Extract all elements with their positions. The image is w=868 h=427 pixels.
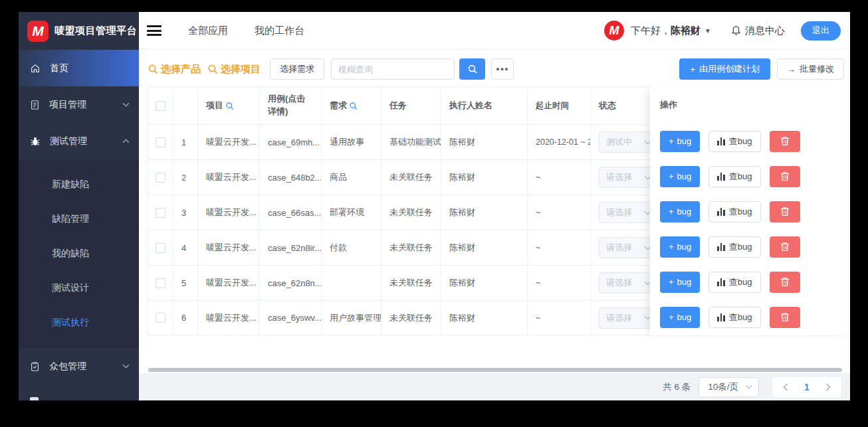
- row-checkbox[interactable]: [156, 137, 165, 147]
- add-bug-button[interactable]: +bug: [660, 131, 700, 152]
- row-checkbox[interactable]: [156, 243, 165, 253]
- select-product-filter[interactable]: 选择产品: [148, 63, 201, 76]
- row-checkbox[interactable]: [156, 208, 165, 218]
- delete-button[interactable]: [770, 272, 800, 293]
- select-project-filter[interactable]: 选择项目: [207, 63, 261, 76]
- add-bug-button[interactable]: +bug: [660, 166, 700, 187]
- select-all-cell: [148, 87, 173, 124]
- more-filters-button[interactable]: ●●●: [491, 58, 514, 80]
- add-bug-button[interactable]: +bug: [660, 236, 700, 258]
- status-select[interactable]: 请选择: [599, 307, 657, 329]
- hamburger-menu-icon[interactable]: [147, 25, 162, 36]
- message-center-link[interactable]: 消息中心: [731, 25, 785, 37]
- sidebar-subitem-test-execution[interactable]: 测试执行: [19, 305, 139, 340]
- delete-button[interactable]: [770, 166, 800, 187]
- row-executor: 陈裕财: [441, 230, 528, 265]
- row-requirement: 付款: [322, 230, 381, 265]
- view-bug-button[interactable]: 查bug: [708, 307, 760, 328]
- row-case-link[interactable]: case_66sas...: [260, 195, 322, 230]
- row-checkbox[interactable]: [156, 313, 165, 323]
- prev-page-button[interactable]: [775, 383, 796, 391]
- create-plan-button[interactable]: + 由用例创建计划: [679, 58, 770, 80]
- view-bug-button[interactable]: 查bug: [708, 236, 760, 258]
- row-case-link[interactable]: case_62n8ir...: [260, 230, 322, 265]
- sidebar-item-label: ▃▃▃▃: [48, 397, 82, 400]
- delete-button[interactable]: [770, 236, 800, 258]
- status-select[interactable]: 请选择: [599, 202, 657, 223]
- delete-button[interactable]: [770, 307, 800, 328]
- batch-edit-button[interactable]: → 批量修改: [777, 58, 844, 80]
- row-executor: 陈裕财: [441, 301, 528, 335]
- sidebar-item-home[interactable]: 首页: [19, 50, 139, 86]
- select-requirement-button[interactable]: 选择需求: [270, 58, 324, 80]
- row-checkbox[interactable]: [156, 278, 165, 288]
- view-bug-button[interactable]: 查bug: [708, 166, 760, 187]
- add-bug-label: bug: [677, 277, 692, 287]
- status-select[interactable]: 请选择: [599, 272, 657, 294]
- menu-icon: [30, 397, 39, 400]
- select-all-checkbox[interactable]: [156, 101, 165, 111]
- add-bug-button[interactable]: +bug: [660, 272, 700, 293]
- add-bug-button[interactable]: +bug: [660, 307, 700, 328]
- status-select[interactable]: 测试中: [599, 131, 657, 153]
- project-header[interactable]: 项目: [198, 87, 260, 124]
- status-value: 请选择: [606, 171, 644, 183]
- username: 陈裕财: [671, 25, 701, 36]
- trash-icon: [780, 242, 790, 252]
- logout-button[interactable]: 退出: [801, 21, 841, 41]
- page-size-select[interactable]: 10条/页: [699, 377, 759, 397]
- sidebar-item-test-mgmt[interactable]: 测试管理: [19, 123, 139, 159]
- row-index: 5: [173, 266, 198, 300]
- view-bug-button[interactable]: 查bug: [708, 131, 760, 152]
- sidebar-subitem-test-design[interactable]: 测试设计: [19, 271, 139, 305]
- user-caret-icon[interactable]: ▼: [705, 27, 711, 35]
- sidebar-item-crowd-mgmt[interactable]: 众包管理: [19, 348, 139, 384]
- row-case-link[interactable]: case_69mh...: [260, 125, 322, 159]
- requirement-header[interactable]: 需求: [322, 87, 381, 124]
- search-icon: [148, 64, 158, 74]
- view-bug-label: 查bug: [729, 241, 752, 253]
- next-page-button[interactable]: [817, 383, 839, 391]
- row-task: 未关联任务: [381, 301, 441, 335]
- search-icon: [467, 64, 478, 74]
- row-actions: +bug 查bug: [650, 124, 844, 159]
- row-case-link[interactable]: case_6yswv...: [260, 301, 322, 335]
- view-bug-button[interactable]: 查bug: [708, 272, 760, 293]
- view-bug-button[interactable]: 查bug: [708, 201, 760, 222]
- test-plan-table: 项目 用例(点击详情) 需求 任务 执行人姓名 起止时间 状态 1 唛盟云开发.…: [148, 86, 844, 335]
- project-header-label: 项目: [206, 100, 223, 112]
- sidebar-subitem-new-defect[interactable]: 新建缺陷: [19, 167, 139, 202]
- row-case-link[interactable]: case_648b2...: [260, 160, 322, 195]
- fuzzy-search-input[interactable]: [331, 58, 455, 80]
- sidebar-item-label: 测试管理: [50, 135, 113, 147]
- row-case-link[interactable]: case_62n8n...: [260, 266, 322, 300]
- plus-icon: +: [669, 207, 674, 216]
- page-size-value: 10条/页: [708, 381, 738, 393]
- row-checkbox[interactable]: [156, 173, 165, 183]
- delete-button[interactable]: [770, 201, 800, 222]
- sidebar-subitem-my-defects[interactable]: 我的缺陷: [19, 236, 139, 271]
- row-checkbox-cell: [148, 160, 173, 195]
- tab-my-workbench[interactable]: 我的工作台: [255, 25, 304, 37]
- add-bug-button[interactable]: +bug: [660, 201, 700, 222]
- tab-all-apps[interactable]: 全部应用: [188, 25, 228, 37]
- sidebar-subitem-defect-mgmt[interactable]: 缺陷管理: [19, 202, 139, 236]
- search-icon[interactable]: [225, 102, 234, 110]
- current-page[interactable]: 1: [796, 382, 817, 392]
- sidebar-item-truncated[interactable]: ▃▃▃▃: [19, 384, 139, 400]
- horizontal-scrollbar[interactable]: [148, 368, 842, 372]
- greeting-text: 下午好，陈裕财: [631, 25, 701, 37]
- sidebar-item-project-mgmt[interactable]: 项目管理: [19, 86, 139, 123]
- status-select[interactable]: 请选择: [599, 237, 657, 258]
- delete-button[interactable]: [770, 131, 800, 152]
- row-executor: 陈裕财: [441, 125, 528, 159]
- search-icon[interactable]: [349, 102, 358, 110]
- avatar[interactable]: M: [604, 21, 624, 41]
- search-button[interactable]: [459, 58, 485, 80]
- status-select[interactable]: 请选择: [599, 167, 657, 188]
- row-task: 未关联任务: [381, 266, 441, 300]
- row-actions: +bug 查bug: [650, 264, 844, 299]
- row-requirement: 部署环境: [322, 195, 381, 230]
- row-executor: 陈裕财: [441, 266, 528, 300]
- test-mgmt-submenu: 新建缺陷 缺陷管理 我的缺陷 测试设计 测试执行: [19, 159, 139, 348]
